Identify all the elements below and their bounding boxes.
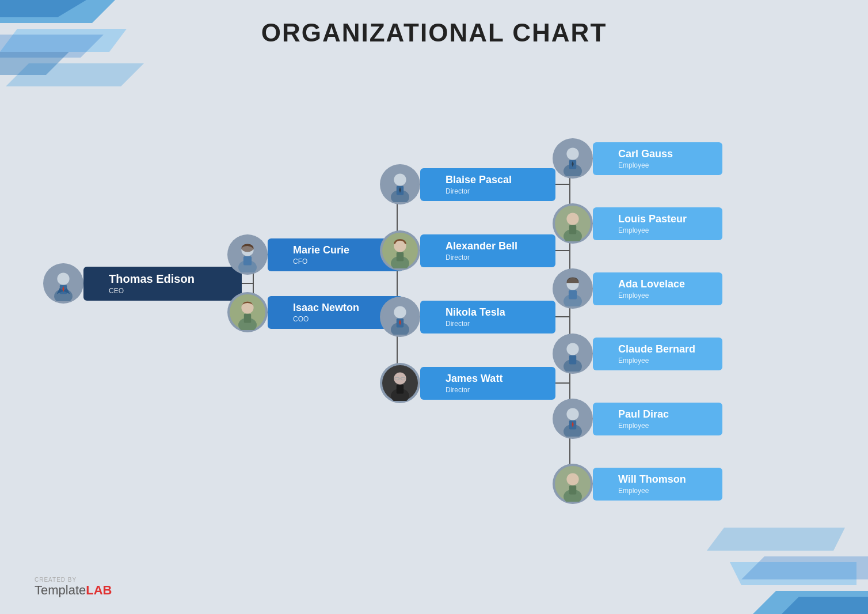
director-alexander-body: Alexander Bell Director xyxy=(420,234,555,267)
svg-rect-71 xyxy=(397,385,403,394)
employee-will-avatar xyxy=(553,464,593,504)
cfo-role: CFO xyxy=(293,257,395,266)
employee-ada-role: Employee xyxy=(618,291,714,300)
svg-point-93 xyxy=(566,408,578,420)
employee-will-node: Will Thomson Employee xyxy=(573,464,722,504)
page-title: ORGANIZATIONAL CHART xyxy=(0,18,868,47)
watermark-lab: LAB xyxy=(86,583,112,597)
employee-carl-name: Carl Gauss xyxy=(618,148,714,160)
employee-paul-body: Paul Dirac Employee xyxy=(593,403,722,435)
director-blaise-avatar xyxy=(380,164,420,204)
employee-paul-role: Employee xyxy=(618,422,714,430)
watermark-created-by: CREATED BY xyxy=(35,577,112,583)
svg-rect-87 xyxy=(569,290,577,300)
employee-will-role: Employee xyxy=(618,487,714,495)
employee-louis-node: Louis Pasteur Employee xyxy=(573,203,722,244)
director-blaise-role: Director xyxy=(446,187,547,195)
svg-point-49 xyxy=(241,244,253,252)
director-blaise-node: Blaise Pascal Director xyxy=(400,164,555,204)
employee-ada-name: Ada Lovelace xyxy=(618,278,714,290)
employee-carl-avatar xyxy=(553,138,593,179)
employee-claude-node: Claude Bernard Employee xyxy=(573,333,722,374)
employee-ada-body: Ada Lovelace Employee xyxy=(593,272,722,305)
svg-point-81 xyxy=(566,213,578,225)
employee-carl-body: Carl Gauss Employee xyxy=(593,142,722,175)
watermark-template: Template xyxy=(35,583,86,597)
svg-point-98 xyxy=(566,473,578,485)
director-alexander-avatar xyxy=(380,230,420,271)
director-james-role: Director xyxy=(446,386,547,394)
watermark: CREATED BY TemplateLAB xyxy=(35,577,112,598)
coo-node: Isaac Newton COO xyxy=(248,292,403,332)
coo-name: Isaac Newton xyxy=(293,302,395,314)
svg-point-76 xyxy=(566,147,578,160)
employee-louis-avatar xyxy=(553,203,593,244)
director-nikola-name: Nikola Tesla xyxy=(446,306,547,319)
employee-louis-body: Louis Pasteur Employee xyxy=(593,207,722,240)
employee-carl-role: Employee xyxy=(618,161,714,169)
employee-paul-node: Paul Dirac Employee xyxy=(573,399,722,439)
director-james-body: James Watt Director xyxy=(420,367,555,400)
svg-rect-53 xyxy=(244,314,251,323)
director-james-avatar xyxy=(380,363,420,403)
employee-claude-role: Employee xyxy=(618,357,714,365)
coo-avatar xyxy=(227,292,268,332)
director-blaise-name: Blaise Pascal xyxy=(446,174,547,186)
employee-louis-role: Employee xyxy=(618,226,714,234)
cfo-node: Marie Curie CFO xyxy=(248,234,403,275)
employee-claude-body: Claude Bernard Employee xyxy=(593,338,722,370)
employee-ada-node: Ada Lovelace Employee xyxy=(573,268,722,309)
chart-area: Thomas Edison CEO Marie Curie CFO xyxy=(29,63,846,582)
director-nikola-body: Nikola Tesla Director xyxy=(420,301,555,333)
svg-rect-100 xyxy=(569,486,576,495)
svg-point-89 xyxy=(566,343,578,355)
employee-will-body: Will Thomson Employee xyxy=(593,468,722,501)
employee-claude-name: Claude Bernard xyxy=(618,343,714,355)
director-alexander-role: Director xyxy=(446,253,547,261)
director-nikola-avatar xyxy=(380,297,420,337)
employee-paul-name: Paul Dirac xyxy=(618,408,714,420)
svg-rect-91 xyxy=(569,355,576,365)
director-nikola-node: Nikola Tesla Director xyxy=(400,297,555,337)
ceo-card-body: Thomas Edison CEO xyxy=(83,267,242,301)
director-james-name: James Watt xyxy=(446,373,547,385)
employee-ada-avatar xyxy=(553,268,593,309)
cfo-avatar xyxy=(227,234,268,275)
svg-point-55 xyxy=(394,173,406,185)
svg-rect-83 xyxy=(569,225,576,234)
director-blaise-body: Blaise Pascal Director xyxy=(420,168,555,201)
svg-rect-48 xyxy=(243,256,252,266)
svg-point-64 xyxy=(394,306,406,318)
employee-claude-avatar xyxy=(553,333,593,374)
director-nikola-role: Director xyxy=(446,320,547,328)
employee-carl-node: Carl Gauss Employee xyxy=(573,138,722,179)
director-alexander-node: Alexander Bell Director xyxy=(400,230,555,271)
employee-paul-avatar xyxy=(553,399,593,439)
svg-rect-62 xyxy=(397,252,403,261)
director-james-node: James Watt Director xyxy=(400,363,555,403)
director-alexander-name: Alexander Bell xyxy=(446,240,547,252)
svg-point-39 xyxy=(57,272,69,285)
employee-will-name: Will Thomson xyxy=(618,473,714,486)
ceo-avatar xyxy=(43,263,83,304)
ceo-node: Thomas Edison CEO xyxy=(63,263,242,304)
ceo-role: CEO xyxy=(109,287,234,295)
ceo-name: Thomas Edison xyxy=(109,272,234,286)
employee-louis-name: Louis Pasteur xyxy=(618,213,714,225)
